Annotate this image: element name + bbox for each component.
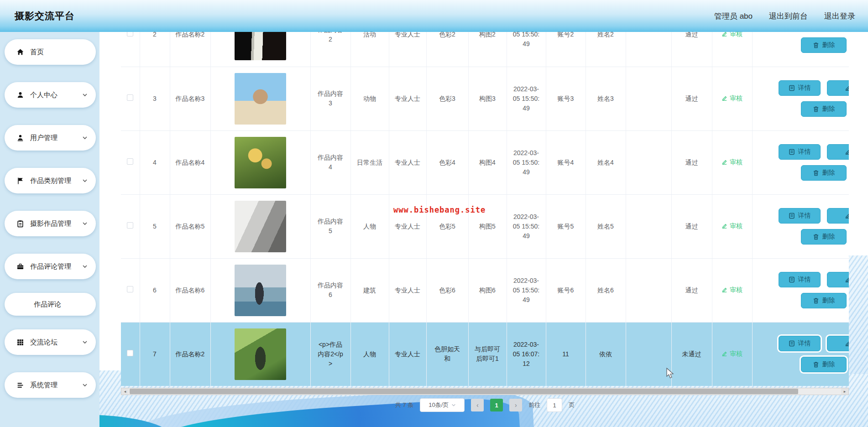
main-content: 2 作品名称2 作品内容2 活动 专业人士 色彩2 构图2 2022-03-05… bbox=[99, 32, 868, 427]
edit-button[interactable] bbox=[827, 208, 849, 224]
audit-link-label: 审核 bbox=[730, 221, 743, 231]
total-count-label: 共 7 条 bbox=[395, 401, 413, 409]
pencil-icon bbox=[845, 149, 849, 155]
sidebar-item-work-category-management[interactable]: 作品类别管理 bbox=[5, 168, 96, 193]
work-photo[interactable] bbox=[235, 328, 286, 380]
work-content: 作品内容2 bbox=[310, 32, 350, 67]
work-username: 姓名4 bbox=[586, 130, 626, 194]
table-row: 4 作品名称4 作品内容4 日常生活 专业人士 色彩4 构图4 2022-03-… bbox=[121, 130, 849, 194]
detail-button-label: 详情 bbox=[798, 212, 811, 220]
detail-button[interactable]: 详情 bbox=[779, 272, 821, 287]
pencil-icon bbox=[722, 32, 727, 37]
scroll-left-arrow-icon[interactable]: ◂ bbox=[121, 388, 129, 395]
sidebar-item-system-management[interactable]: 系统管理 bbox=[5, 372, 96, 398]
audit-link[interactable]: 审核 bbox=[722, 94, 743, 103]
audit-link[interactable]: 审核 bbox=[722, 285, 743, 295]
edit-button[interactable] bbox=[827, 272, 849, 287]
sidebar-item-user-management[interactable]: 用户管理 bbox=[5, 125, 96, 151]
audit-status: 未通过 bbox=[671, 322, 712, 386]
sidebar-item-label: 摄影作品管理 bbox=[30, 219, 76, 228]
work-composition: 构图2 bbox=[468, 32, 507, 67]
row-checkbox[interactable] bbox=[127, 222, 133, 229]
audit-link[interactable]: 审核 bbox=[722, 157, 743, 167]
work-username: 姓名6 bbox=[586, 258, 626, 322]
work-photo[interactable] bbox=[235, 73, 286, 125]
work-photo[interactable] bbox=[235, 201, 286, 252]
delete-button[interactable]: 删除 bbox=[801, 37, 847, 53]
row-checkbox[interactable] bbox=[127, 32, 133, 36]
work-account: 账号3 bbox=[546, 67, 586, 130]
work-color: 色彩3 bbox=[426, 67, 468, 130]
edit-button[interactable] bbox=[827, 144, 849, 160]
page-size-select[interactable]: 10条/页 bbox=[420, 398, 465, 412]
delete-button-label: 删除 bbox=[822, 105, 835, 113]
sidebar-item-photo-work-management[interactable]: 摄影作品管理 bbox=[5, 211, 96, 236]
sidebar-item-forum[interactable]: 交流论坛 bbox=[5, 329, 96, 355]
work-composition: 构图6 bbox=[468, 258, 507, 322]
work-account: 11 bbox=[546, 322, 586, 386]
mouse-cursor bbox=[666, 368, 674, 379]
work-date: 2022-03-05 15:50:49 bbox=[507, 258, 546, 322]
row-checkbox[interactable] bbox=[127, 350, 133, 356]
empty-cell bbox=[626, 194, 671, 258]
exit-to-front-link[interactable]: 退出到前台 bbox=[769, 11, 808, 21]
detail-button[interactable]: 详情 bbox=[779, 208, 821, 224]
delete-button[interactable]: 删除 bbox=[801, 357, 847, 372]
audit-link[interactable]: 审核 bbox=[722, 32, 743, 39]
professional-level: 专业人士 bbox=[389, 194, 426, 258]
work-photo[interactable] bbox=[235, 265, 286, 316]
row-index: 6 bbox=[140, 258, 170, 322]
pencil-icon bbox=[722, 223, 727, 229]
work-photo[interactable] bbox=[235, 32, 286, 60]
horizontal-scrollbar[interactable]: ◂ ▸ bbox=[121, 388, 849, 395]
professional-level: 专业人士 bbox=[389, 130, 426, 194]
chevron-down-icon bbox=[82, 382, 88, 388]
work-content: 作品内容4 bbox=[310, 130, 350, 194]
row-checkbox[interactable] bbox=[127, 286, 133, 292]
pencil-icon bbox=[845, 213, 849, 219]
users-icon bbox=[16, 134, 24, 142]
row-index: 5 bbox=[140, 194, 170, 258]
page-1-button[interactable]: 1 bbox=[490, 399, 503, 411]
delete-button[interactable]: 删除 bbox=[801, 229, 847, 245]
work-photo[interactable] bbox=[235, 137, 286, 188]
delete-button[interactable]: 删除 bbox=[801, 165, 847, 181]
detail-button-label: 详情 bbox=[798, 84, 811, 92]
goto-page-input[interactable] bbox=[547, 398, 562, 412]
work-category: 人物 bbox=[350, 194, 389, 258]
work-content: 作品内容3 bbox=[310, 67, 350, 130]
sidebar-item-work-comment-management[interactable]: 作品评论管理 bbox=[5, 254, 96, 279]
detail-button[interactable]: 详情 bbox=[779, 144, 821, 160]
professional-level: 专业人士 bbox=[389, 67, 426, 130]
delete-button-label: 删除 bbox=[822, 233, 835, 241]
scroll-right-arrow-icon[interactable]: ▸ bbox=[841, 388, 848, 395]
edit-button[interactable] bbox=[827, 336, 849, 351]
row-checkbox[interactable] bbox=[127, 158, 133, 165]
logout-link[interactable]: 退出登录 bbox=[824, 11, 855, 21]
detail-button[interactable]: 详情 bbox=[779, 336, 821, 351]
detail-button[interactable]: 详情 bbox=[779, 80, 821, 96]
sidebar-item-work-comments[interactable]: 作品评论 bbox=[5, 293, 96, 316]
delete-button[interactable]: 删除 bbox=[801, 293, 847, 308]
pencil-icon bbox=[722, 95, 727, 101]
detail-button-label: 详情 bbox=[798, 148, 811, 156]
prev-page-button[interactable]: ‹ bbox=[471, 399, 484, 411]
sidebar-item-home[interactable]: 首页 bbox=[5, 39, 96, 65]
document-icon bbox=[789, 276, 795, 283]
row-checkbox[interactable] bbox=[127, 94, 133, 101]
work-name: 作品名称3 bbox=[170, 67, 210, 130]
work-color: 色彩6 bbox=[426, 258, 468, 322]
navbar-right: 管理员 abo 退出到前台 退出登录 bbox=[714, 0, 855, 32]
sidebar: 首页 个人中心 用户管理 作品类别管理 摄影作品管理 作品评论管理 作品评论 交… bbox=[0, 32, 99, 427]
scrollbar-thumb[interactable] bbox=[130, 389, 798, 394]
work-category: 活动 bbox=[350, 32, 389, 67]
audit-status: 通过 bbox=[671, 258, 712, 322]
sidebar-item-personal-center[interactable]: 个人中心 bbox=[5, 82, 96, 108]
audit-link[interactable]: 审核 bbox=[722, 349, 743, 359]
table-row: 6 作品名称6 作品内容6 建筑 专业人士 色彩6 构图6 2022-03-05… bbox=[121, 258, 849, 322]
next-page-button[interactable]: › bbox=[509, 399, 522, 411]
edit-button[interactable] bbox=[827, 80, 849, 96]
work-date: 2022-03-05 15:50:49 bbox=[507, 32, 546, 67]
delete-button[interactable]: 删除 bbox=[801, 101, 847, 117]
audit-link[interactable]: 审核 bbox=[722, 221, 743, 231]
